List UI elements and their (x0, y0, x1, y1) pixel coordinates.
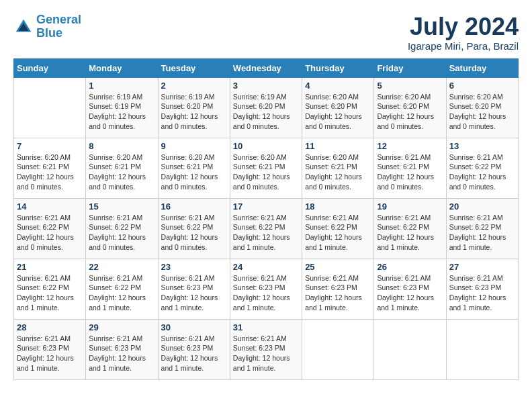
day-number: 18 (305, 201, 371, 212)
weekday-header: Friday (374, 58, 446, 77)
day-info: Sunrise: 6:21 AMSunset: 6:23 PMDaylight:… (377, 273, 443, 313)
calendar-cell: 31Sunrise: 6:21 AMSunset: 6:23 PMDayligh… (230, 319, 302, 379)
day-number: 17 (233, 201, 299, 212)
calendar-cell: 11Sunrise: 6:20 AMSunset: 6:21 PMDayligh… (302, 138, 374, 198)
calendar-week-row: 28Sunrise: 6:21 AMSunset: 6:23 PMDayligh… (14, 319, 519, 379)
calendar-week-row: 14Sunrise: 6:21 AMSunset: 6:22 PMDayligh… (14, 198, 519, 259)
day-info: Sunrise: 6:21 AMSunset: 6:21 PMDaylight:… (377, 152, 443, 192)
day-number: 9 (161, 141, 227, 151)
day-info: Sunrise: 6:21 AMSunset: 6:23 PMDaylight:… (161, 273, 227, 313)
day-number: 30 (161, 322, 227, 332)
weekday-header: Sunday (14, 58, 86, 77)
calendar-cell: 29Sunrise: 6:21 AMSunset: 6:23 PMDayligh… (86, 319, 158, 379)
calendar-cell: 5Sunrise: 6:20 AMSunset: 6:20 PMDaylight… (374, 77, 446, 138)
calendar-week-row: 21Sunrise: 6:21 AMSunset: 6:22 PMDayligh… (14, 259, 519, 319)
day-info: Sunrise: 6:21 AMSunset: 6:22 PMDaylight:… (17, 213, 83, 253)
calendar-cell: 20Sunrise: 6:21 AMSunset: 6:22 PMDayligh… (446, 198, 518, 259)
day-number: 3 (233, 81, 299, 91)
calendar-cell: 12Sunrise: 6:21 AMSunset: 6:21 PMDayligh… (374, 138, 446, 198)
day-info: Sunrise: 6:20 AMSunset: 6:21 PMDaylight:… (233, 152, 299, 192)
day-info: Sunrise: 6:19 AMSunset: 6:20 PMDaylight:… (161, 92, 227, 132)
day-number: 28 (17, 322, 83, 332)
calendar-week-row: 1Sunrise: 6:19 AMSunset: 6:19 PMDaylight… (14, 77, 519, 138)
day-number: 16 (161, 201, 227, 212)
day-info: Sunrise: 6:21 AMSunset: 6:22 PMDaylight:… (449, 152, 515, 192)
logo-icon (13, 17, 34, 37)
calendar-cell: 30Sunrise: 6:21 AMSunset: 6:23 PMDayligh… (158, 319, 230, 379)
day-number: 11 (305, 141, 371, 151)
calendar-cell: 16Sunrise: 6:21 AMSunset: 6:22 PMDayligh… (158, 198, 230, 259)
weekday-header: Thursday (302, 58, 374, 77)
calendar-cell: 9Sunrise: 6:20 AMSunset: 6:21 PMDaylight… (158, 138, 230, 198)
weekday-header: Wednesday (230, 58, 302, 77)
day-number: 23 (161, 262, 227, 272)
calendar-cell: 18Sunrise: 6:21 AMSunset: 6:22 PMDayligh… (302, 198, 374, 259)
day-number: 2 (161, 81, 227, 91)
calendar-cell (302, 319, 374, 379)
page-header: General Blue July 2024 Igarape Miri, Par… (13, 13, 519, 52)
day-info: Sunrise: 6:21 AMSunset: 6:22 PMDaylight:… (377, 213, 443, 253)
calendar-cell: 3Sunrise: 6:19 AMSunset: 6:20 PMDaylight… (230, 77, 302, 138)
day-info: Sunrise: 6:19 AMSunset: 6:19 PMDaylight:… (89, 92, 154, 132)
calendar-cell: 4Sunrise: 6:20 AMSunset: 6:20 PMDaylight… (302, 77, 374, 138)
day-number: 4 (305, 81, 371, 91)
day-info: Sunrise: 6:21 AMSunset: 6:23 PMDaylight:… (233, 334, 299, 373)
month-title: July 2024 (408, 13, 519, 40)
calendar-cell: 25Sunrise: 6:21 AMSunset: 6:23 PMDayligh… (302, 259, 374, 319)
day-info: Sunrise: 6:20 AMSunset: 6:21 PMDaylight:… (161, 152, 227, 192)
day-info: Sunrise: 6:21 AMSunset: 6:22 PMDaylight:… (305, 213, 371, 253)
day-number: 10 (233, 141, 299, 151)
logo: General Blue (13, 13, 81, 40)
calendar-header: SundayMondayTuesdayWednesdayThursdayFrid… (14, 58, 519, 77)
day-info: Sunrise: 6:20 AMSunset: 6:20 PMDaylight:… (377, 92, 443, 132)
day-number: 8 (89, 141, 154, 151)
calendar-cell: 14Sunrise: 6:21 AMSunset: 6:22 PMDayligh… (14, 198, 86, 259)
calendar-cell: 17Sunrise: 6:21 AMSunset: 6:22 PMDayligh… (230, 198, 302, 259)
day-number: 1 (89, 81, 154, 91)
day-info: Sunrise: 6:21 AMSunset: 6:22 PMDaylight:… (89, 213, 154, 253)
calendar-cell (446, 319, 518, 379)
day-number: 27 (449, 262, 515, 272)
calendar-cell: 8Sunrise: 6:20 AMSunset: 6:21 PMDaylight… (86, 138, 158, 198)
day-number: 14 (17, 201, 83, 212)
calendar-cell: 23Sunrise: 6:21 AMSunset: 6:23 PMDayligh… (158, 259, 230, 319)
day-info: Sunrise: 6:21 AMSunset: 6:23 PMDaylight:… (233, 273, 299, 313)
title-block: July 2024 Igarape Miri, Para, Brazil (408, 13, 519, 52)
calendar-cell: 2Sunrise: 6:19 AMSunset: 6:20 PMDaylight… (158, 77, 230, 138)
day-info: Sunrise: 6:21 AMSunset: 6:23 PMDaylight:… (17, 334, 83, 373)
calendar-cell: 15Sunrise: 6:21 AMSunset: 6:22 PMDayligh… (86, 198, 158, 259)
day-number: 21 (17, 262, 83, 272)
calendar-cell: 19Sunrise: 6:21 AMSunset: 6:22 PMDayligh… (374, 198, 446, 259)
calendar-cell: 10Sunrise: 6:20 AMSunset: 6:21 PMDayligh… (230, 138, 302, 198)
day-info: Sunrise: 6:21 AMSunset: 6:23 PMDaylight:… (305, 273, 371, 313)
day-info: Sunrise: 6:20 AMSunset: 6:21 PMDaylight:… (89, 152, 154, 192)
day-number: 12 (377, 141, 443, 151)
day-info: Sunrise: 6:21 AMSunset: 6:22 PMDaylight:… (449, 213, 515, 253)
day-info: Sunrise: 6:21 AMSunset: 6:22 PMDaylight:… (233, 213, 299, 253)
day-info: Sunrise: 6:20 AMSunset: 6:21 PMDaylight:… (17, 152, 83, 192)
day-number: 13 (449, 141, 515, 151)
calendar-cell: 13Sunrise: 6:21 AMSunset: 6:22 PMDayligh… (446, 138, 518, 198)
day-info: Sunrise: 6:21 AMSunset: 6:23 PMDaylight:… (449, 273, 515, 313)
day-number: 25 (305, 262, 371, 272)
day-info: Sunrise: 6:21 AMSunset: 6:23 PMDaylight:… (89, 334, 154, 373)
day-number: 19 (377, 201, 443, 212)
day-number: 24 (233, 262, 299, 272)
day-info: Sunrise: 6:21 AMSunset: 6:22 PMDaylight:… (89, 273, 154, 313)
day-info: Sunrise: 6:20 AMSunset: 6:21 PMDaylight:… (305, 152, 371, 192)
day-info: Sunrise: 6:21 AMSunset: 6:23 PMDaylight:… (161, 334, 227, 373)
day-info: Sunrise: 6:20 AMSunset: 6:20 PMDaylight:… (305, 92, 371, 132)
day-number: 5 (377, 81, 443, 91)
day-number: 20 (449, 201, 515, 212)
day-number: 15 (89, 201, 154, 212)
calendar-cell: 26Sunrise: 6:21 AMSunset: 6:23 PMDayligh… (374, 259, 446, 319)
day-number: 22 (89, 262, 154, 272)
calendar-week-row: 7Sunrise: 6:20 AMSunset: 6:21 PMDaylight… (14, 138, 519, 198)
calendar-table: SundayMondayTuesdayWednesdayThursdayFrid… (13, 58, 519, 380)
day-number: 26 (377, 262, 443, 272)
day-number: 29 (89, 322, 154, 332)
weekday-header: Monday (86, 58, 158, 77)
day-number: 31 (233, 322, 299, 332)
day-number: 7 (17, 141, 83, 151)
calendar-cell (374, 319, 446, 379)
